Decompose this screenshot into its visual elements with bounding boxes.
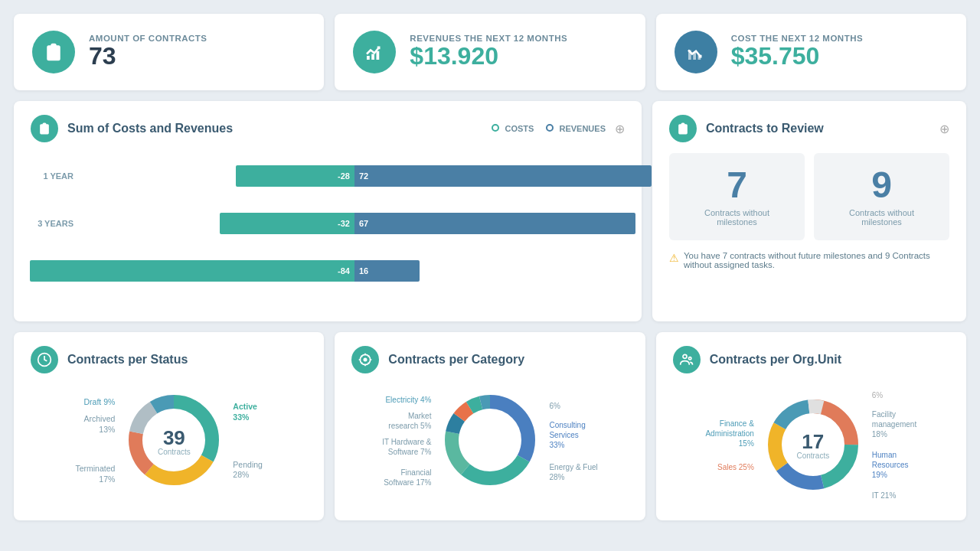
svg-rect-6: [693, 52, 696, 60]
mid-row: Sum of Costs and Revenues COSTS REVENUES…: [14, 101, 966, 321]
bar-track-3years: -32 67: [84, 207, 625, 240]
cat-label-consulting: ConsultingServices33%: [549, 420, 597, 450]
org-label-hr: HumanResources19%: [872, 450, 916, 480]
status-label-active: Active33%: [233, 402, 263, 422]
category-icon: [351, 346, 379, 373]
status-label-terminated: Terminated17%: [75, 464, 115, 484]
chart-legend: COSTS REVENUES: [492, 124, 606, 133]
orgunit-donut-center: 17 Contracts: [796, 432, 829, 460]
orgunit-title: Contracts per Org.Unit: [710, 353, 949, 367]
review-num-2: 9: [822, 167, 942, 204]
bar-label-1year: 1 YEAR: [31, 171, 84, 181]
status-label-draft: Draft 9%: [75, 397, 115, 408]
bar-track-5years: -84 16: [84, 254, 625, 288]
review-label-1: Contracts withoutmilestones: [677, 208, 797, 227]
category-donut-wrap: Electricity 4% Marketresearch 5% IT Hard…: [351, 384, 628, 498]
contracts-status-panel: Contracts per Status Draft 9% Archived13…: [14, 332, 324, 520]
svg-rect-3: [377, 51, 380, 60]
category-header: Contracts per Category: [351, 346, 628, 373]
status-donut-wrap: Draft 9% Archived13% Terminated17%: [31, 384, 307, 498]
kpi-card-costs: COST THE NEXT 12 MONTHS $35.750: [656, 14, 966, 90]
bar-pos-5years: 16: [354, 260, 420, 282]
review-num-1: 7: [677, 167, 797, 204]
review-box-2: 9 Contracts withoutmilestones: [814, 153, 949, 240]
status-donut-center: 39 Contracts: [158, 427, 191, 455]
sum-chart-icon: [31, 115, 58, 142]
cat-label-market: Marketresearch 5%: [382, 411, 431, 431]
category-left-labels: Electricity 4% Marketresearch 5% IT Hard…: [382, 395, 431, 487]
org-label-sales: Sales 25%: [705, 462, 753, 472]
contracts-category-panel: Contracts per Category Electricity 4% Ma…: [335, 332, 645, 520]
kpi-card-revenues: REVENUES THE NEXT 12 MONTHS $13.920: [335, 14, 645, 90]
review-header: Contracts to Review ⊕: [669, 115, 949, 142]
bar-label-3years: 3 YEARS: [31, 219, 84, 228]
kpi-info-contracts: AMOUNT OF CONTRACTS 73: [89, 34, 207, 70]
org-label-finance: Finance &Administration15%: [705, 419, 753, 448]
dashboard: AMOUNT OF CONTRACTS 73 REVENUES THE NEXT…: [14, 14, 966, 520]
svg-rect-5: [688, 51, 691, 60]
bar-pos-3years: 67: [354, 213, 635, 234]
contracts-icon: [32, 31, 75, 73]
orgunit-header: Contracts per Org.Unit: [673, 346, 949, 373]
svg-point-28: [683, 354, 687, 358]
cat-label-financial: FinancialSoftware 17%: [382, 468, 431, 487]
warning-message: You have 7 contracts without future mile…: [684, 251, 949, 269]
bar-neg-5years: -84: [30, 260, 354, 282]
orgunit-left-labels: Finance &Administration15% Sales 25%: [705, 419, 753, 472]
org-label-6pct: 6%: [872, 390, 916, 400]
bar-neg-1year: -28: [236, 165, 354, 187]
review-warning: ⚠ You have 7 contracts without future mi…: [669, 251, 949, 269]
warning-icon: ⚠: [669, 252, 679, 264]
kpi-value-contracts: 73: [89, 43, 207, 70]
kpi-card-contracts: AMOUNT OF CONTRACTS 73: [14, 14, 324, 90]
contracts-orgunit-panel: Contracts per Org.Unit Finance &Administ…: [656, 332, 966, 520]
revenues-icon: [353, 31, 396, 73]
costs-icon: [675, 31, 717, 73]
revenues-dot: [546, 124, 554, 132]
cat-label-electricity: Electricity 4%: [382, 395, 431, 405]
status-right-labels: Active33% Pending28%: [233, 402, 263, 481]
kpi-info-costs: COST THE NEXT 12 MONTHS $35.750: [731, 34, 864, 70]
contracts-review-panel: Contracts to Review ⊕ 7 Contracts withou…: [652, 101, 966, 321]
cat-label-6pct: 6%: [549, 401, 597, 411]
kpi-info-revenues: REVENUES THE NEXT 12 MONTHS $13.920: [410, 34, 567, 70]
cat-label-ithardware: IT Hardware &Software 7%: [382, 437, 431, 457]
bar-pos-1year: 72: [354, 165, 652, 187]
status-center-num: 39: [158, 427, 191, 447]
category-donut-svg-wrap: [440, 390, 540, 492]
svg-rect-2: [372, 54, 375, 60]
review-boxes: 7 Contracts withoutmilestones 9 Contract…: [669, 153, 949, 240]
cat-label-energy: Energy & Fuel28%: [549, 462, 597, 482]
bar-neg-3years: -32: [220, 213, 355, 234]
svg-point-18: [364, 358, 368, 362]
bar-container-5years: -84 16: [84, 254, 625, 288]
sum-chart-panel: Sum of Costs and Revenues COSTS REVENUES…: [14, 101, 642, 321]
orgunit-donut-svg-wrap: 17 Contracts: [763, 395, 863, 497]
target-icon[interactable]: ⊕: [615, 122, 625, 136]
status-label-pending: Pending28%: [233, 460, 263, 481]
legend-revenues: REVENUES: [546, 124, 606, 133]
kpi-value-costs: $35.750: [731, 43, 864, 70]
status-title: Contracts per Status: [67, 353, 307, 367]
category-donut-svg: [440, 390, 540, 490]
status-header: Contracts per Status: [31, 346, 307, 373]
svg-rect-7: [697, 55, 701, 60]
bar-container-3years: -32 67: [84, 207, 625, 240]
category-title: Contracts per Category: [388, 353, 628, 367]
orgunit-center-num: 17: [796, 432, 829, 452]
sum-chart-title: Sum of Costs and Revenues: [67, 122, 482, 135]
orgunit-donut-wrap: Finance &Administration15% Sales 25%: [673, 384, 949, 507]
orgunit-icon: [673, 346, 701, 373]
svg-rect-1: [367, 56, 370, 60]
legend-costs: COSTS: [492, 124, 534, 133]
org-label-it: IT 21%: [872, 491, 916, 500]
kpi-row: AMOUNT OF CONTRACTS 73 REVENUES THE NEXT…: [14, 14, 966, 90]
bar-track-1year: -28 72: [84, 159, 625, 193]
review-target-icon[interactable]: ⊕: [939, 122, 949, 136]
status-donut-svg-wrap: 39 Contracts: [124, 390, 224, 492]
bar-row-5years: 5 YEARS -84 16: [31, 254, 625, 288]
kpi-value-revenues: $13.920: [410, 43, 567, 70]
bot-row: Contracts per Status Draft 9% Archived13…: [14, 332, 966, 520]
sum-chart-header: Sum of Costs and Revenues COSTS REVENUES…: [31, 115, 625, 142]
costs-dot: [492, 124, 499, 132]
